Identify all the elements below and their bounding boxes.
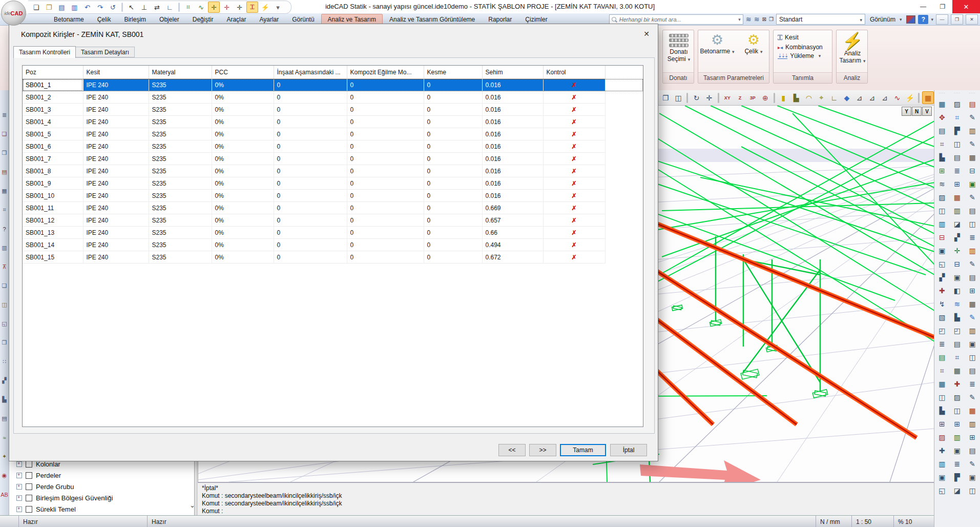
donati-secimi-button[interactable]: Donatı Seçimi [664, 32, 693, 63]
spring-icon[interactable]: ≈ [1, 428, 9, 447]
overflow-icon[interactable]: ▾ [272, 2, 284, 13]
panel-tool-icon[interactable]: ✎ [967, 311, 978, 324]
panel-tool-icon[interactable]: ▤ [967, 271, 978, 284]
panel-tool-icon[interactable]: ✛ [951, 244, 963, 257]
layer-list-icon[interactable]: ≋ [754, 15, 760, 23]
panel-tool-icon[interactable]: ▛ [951, 124, 963, 137]
column-header[interactable]: Kesme [424, 66, 482, 79]
panel-tool-icon[interactable]: ✎ [967, 111, 978, 124]
mdi-minimize-button[interactable]: — [936, 14, 948, 25]
panel-tool-icon[interactable]: ▦ [967, 151, 978, 164]
panel-tool-icon[interactable]: ▥ [936, 217, 948, 231]
panel-tool-icon[interactable]: ▥ [967, 124, 978, 137]
coord-xy-icon[interactable]: XY [722, 91, 734, 104]
idecad-logo-icon[interactable]: ideCAD [1, 1, 26, 26]
panel-tool-icon[interactable]: ✚ [936, 284, 948, 297]
panel-tool-icon[interactable]: ▨ [951, 97, 963, 111]
frame-toggle-icon[interactable]: ⊠ [762, 16, 766, 22]
dialog-close-icon[interactable]: ✕ [640, 28, 653, 39]
table-row[interactable]: SB001_13 IPE 240 S235 0% 0 0 0 0.66 ✗ [23, 227, 643, 239]
column-header[interactable]: Sehim [482, 66, 543, 79]
expand-icon[interactable] [16, 461, 22, 467]
mdi-restore-button[interactable]: ❐ [951, 14, 963, 25]
panel-tool-icon[interactable]: ◫ [951, 404, 963, 417]
search-input[interactable] [618, 16, 736, 23]
list-icon[interactable]: ≣ [1, 106, 9, 125]
viewport-toggle-icon[interactable]: ❐ [769, 16, 774, 22]
column-header[interactable]: Kesit [83, 66, 149, 79]
panel-tool-icon[interactable]: ▥ [967, 244, 978, 257]
coord-z-icon[interactable]: Z [734, 91, 746, 104]
panel-tool-icon[interactable]: ▣ [951, 271, 963, 284]
table-row[interactable]: SB001_8 IPE 240 S235 0% 0 0 0 0.016 ✗ [23, 165, 643, 177]
celik-parametre-button[interactable]: ⚙ Çelik [741, 32, 766, 55]
panel-tool-icon[interactable]: ≋ [936, 177, 948, 191]
curve-icon[interactable]: ∿ [891, 91, 903, 104]
panel-tool-icon[interactable]: ▤ [936, 124, 948, 137]
table-row[interactable]: SB001_4 IPE 240 S235 0% 0 0 0 0.016 ✗ [23, 116, 643, 128]
panel-tool-icon[interactable]: ▨ [951, 391, 963, 404]
toolbar-icon[interactable] [774, 93, 775, 103]
panel-tool-icon[interactable]: ▤ [967, 204, 978, 217]
panel-tool-icon[interactable]: ⊞ [967, 431, 978, 444]
open-file-icon[interactable]: ❐ [43, 2, 55, 13]
panel-tool-icon[interactable]: ⊞ [936, 417, 948, 431]
panel-tool-icon[interactable]: ⊞ [967, 284, 978, 297]
panel-tool-icon[interactable]: ⌗ [936, 137, 948, 151]
region-icon[interactable]: ◱ [1, 314, 9, 333]
redo-icon[interactable]: ↷ [94, 2, 106, 13]
next-button[interactable]: >> [529, 444, 556, 456]
panel-tool-icon[interactable]: ◫ [936, 391, 948, 404]
status-scale[interactable]: 1 : 50 [851, 516, 893, 527]
table-row[interactable]: SB001_7 IPE 240 S235 0% 0 0 0 0.016 ✗ [23, 153, 643, 165]
command-search[interactable]: ▾ [609, 14, 743, 25]
cascade-icon[interactable]: ❐ [1, 333, 9, 352]
save-icon[interactable]: ▤ [56, 2, 68, 13]
toolbar-icon[interactable] [718, 93, 719, 103]
panel-tool-icon[interactable]: ▣ [967, 471, 978, 484]
beam-tool-icon[interactable]: ▦ [1, 181, 9, 200]
panel-tool-icon[interactable]: ▛ [951, 471, 963, 484]
checkbox-icon[interactable] [26, 461, 32, 468]
coord-3p-icon[interactable]: 3P [747, 91, 759, 104]
minimize-button[interactable]: — [913, 0, 933, 13]
ortho-icon[interactable]: ∟ [164, 2, 176, 13]
panel-tool-icon[interactable]: ▤ [967, 97, 978, 111]
panel-tool-icon[interactable]: ⌗ [951, 111, 963, 124]
column-header[interactable]: Materyal [149, 66, 212, 79]
kombinasyon-button[interactable]: ▸◂ Kombinasyon [778, 44, 823, 51]
table-row[interactable]: SB001_12 IPE 240 S235 0% 0 0 0 0.657 ✗ [23, 214, 643, 227]
points-icon[interactable]: ∷ [1, 352, 9, 371]
table-row[interactable]: SB001_11 IPE 240 S235 0% 0 0 0 0.669 ✗ [23, 202, 643, 214]
toolbar-icon[interactable] [686, 93, 688, 103]
panel-tool-icon[interactable]: ⊞ [951, 417, 963, 431]
panel-tool-icon[interactable]: ◫ [967, 351, 978, 364]
corner-view-icon[interactable]: ∟ [828, 91, 840, 104]
new-file-icon[interactable]: ❏ [30, 2, 42, 13]
quick-run-icon[interactable]: ⚡ [259, 2, 271, 13]
panel-tool-icon[interactable]: ▥ [936, 457, 948, 471]
tile-windows-icon[interactable]: ◫ [673, 91, 684, 104]
table-row[interactable]: SB001_14 IPE 240 S235 0% 0 0 0 0.494 ✗ [23, 239, 643, 251]
undo-icon[interactable]: ↶ [81, 2, 93, 13]
panel-tool-icon[interactable]: ≣ [936, 337, 948, 351]
view-filter-button[interactable]: Y [902, 107, 911, 116]
panel-tool-icon[interactable]: ⊞ [936, 164, 948, 177]
column-header[interactable]: Poz [23, 66, 83, 79]
panel-tool-icon[interactable]: ◪ [951, 217, 963, 231]
undo-view-icon[interactable]: ↺ [107, 2, 119, 13]
node-snap-icon[interactable]: ✛ [208, 2, 220, 13]
scroll-down-icon[interactable]: ⌄ [190, 501, 195, 509]
panel-tool-icon[interactable]: ▦ [936, 377, 948, 391]
coord-rotate-icon[interactable]: ⊕ [760, 91, 772, 104]
column-header[interactable]: İnşaat Aşamasındaki ... [274, 66, 347, 79]
axis-tool-icon[interactable]: ⊼ [1, 257, 9, 276]
panel-tool-icon[interactable]: ▤ [951, 151, 963, 164]
table-row[interactable]: SB001_1 IPE 240 S235 0% 0 0 0 0.016 ✗ [23, 79, 643, 91]
kesit-button[interactable]: Ɪ Kesit [778, 33, 823, 42]
status-zoom[interactable]: % 10 [893, 516, 934, 527]
library-icon[interactable]: ◫ [1, 295, 9, 314]
panel-tool-icon[interactable]: ◫ [936, 204, 948, 217]
panel-tool-icon[interactable]: ⊞ [951, 177, 963, 191]
panel-tool-icon[interactable]: ▙ [936, 151, 948, 164]
